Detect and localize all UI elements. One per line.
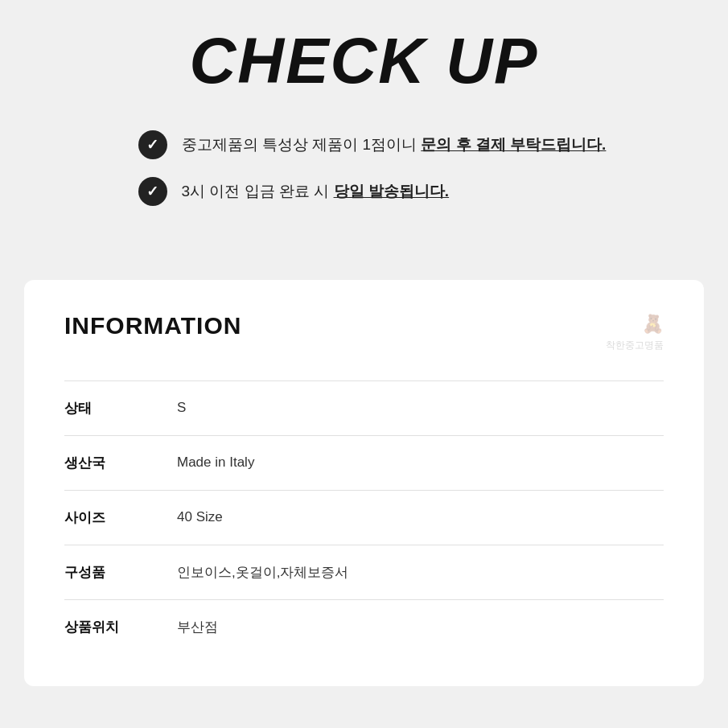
check-icon-1 [138, 130, 167, 159]
value-status: S [169, 380, 664, 435]
value-location: 부산점 [169, 599, 664, 654]
page-wrapper: CHECK UP 중고제품의 특성상 제품이 1점이니 문의 후 결제 부탁드립… [0, 0, 728, 728]
watermark-icon: 🧸 [606, 312, 664, 337]
value-origin: Made in Italy [169, 435, 664, 490]
checkup-items: 중고제품의 특성상 제품이 1점이니 문의 후 결제 부탁드립니다. 3시 이전… [122, 130, 607, 224]
info-title: INFORMATION [64, 312, 241, 339]
table-row: 구성품 인보이스,옷걸이,자체보증서 [64, 545, 664, 599]
checkup-text-2: 3시 이전 입금 완료 시 당일 발송됩니다. [182, 180, 450, 204]
table-row: 생산국 Made in Italy [64, 435, 664, 490]
watermark-text: 착한중고명품 [606, 339, 664, 351]
table-row: 상태 S [64, 380, 664, 435]
label-status: 상태 [64, 380, 169, 435]
info-header: INFORMATION 🧸 착한중고명품 [64, 312, 664, 352]
info-table: 상태 S 생산국 Made in Italy 사이즈 40 Size 구성품 인… [64, 380, 664, 654]
label-size: 사이즈 [64, 490, 169, 545]
information-section: INFORMATION 🧸 착한중고명품 상태 S 생산국 Made in It… [24, 280, 704, 686]
watermark: 🧸 착한중고명품 [606, 312, 664, 352]
value-components: 인보이스,옷걸이,자체보증서 [169, 545, 664, 599]
checkup-item-1: 중고제품의 특성상 제품이 1점이니 문의 후 결제 부탁드립니다. [138, 130, 607, 159]
checkup-text-1: 중고제품의 특성상 제품이 1점이니 문의 후 결제 부탁드립니다. [182, 134, 607, 157]
checkup-section: CHECK UP 중고제품의 특성상 제품이 1점이니 문의 후 결제 부탁드립… [0, 0, 728, 264]
value-size: 40 Size [169, 490, 664, 545]
table-row: 사이즈 40 Size [64, 490, 664, 545]
check-icon-2 [138, 177, 167, 206]
label-components: 구성품 [64, 545, 169, 599]
label-origin: 생산국 [64, 435, 169, 490]
checkup-item-2: 3시 이전 입금 완료 시 당일 발송됩니다. [138, 177, 607, 206]
table-row: 상품위치 부산점 [64, 599, 664, 654]
checkup-title: CHECK UP [48, 24, 680, 98]
label-location: 상품위치 [64, 599, 169, 654]
